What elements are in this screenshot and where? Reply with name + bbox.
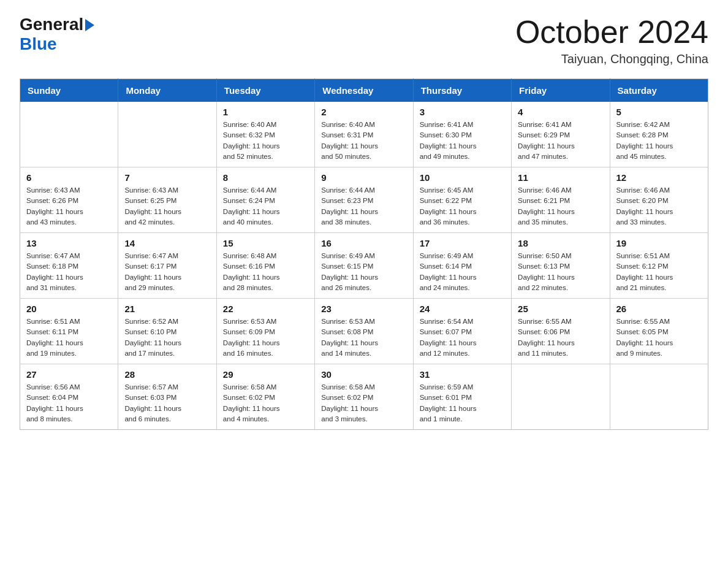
calendar-cell: 19Sunrise: 6:51 AMSunset: 6:12 PMDayligh… xyxy=(610,233,708,299)
calendar-cell: 26Sunrise: 6:55 AMSunset: 6:05 PMDayligh… xyxy=(610,299,708,364)
day-header-wednesday: Wednesday xyxy=(315,79,413,102)
calendar-cell: 9Sunrise: 6:44 AMSunset: 6:23 PMDaylight… xyxy=(315,167,413,233)
day-number: 7 xyxy=(124,172,210,183)
day-info: Sunrise: 6:58 AMSunset: 6:02 PMDaylight:… xyxy=(321,382,406,424)
day-number: 14 xyxy=(124,238,210,248)
calendar-cell: 24Sunrise: 6:54 AMSunset: 6:07 PMDayligh… xyxy=(413,299,511,364)
day-number: 1 xyxy=(223,107,308,117)
day-info: Sunrise: 6:54 AMSunset: 6:07 PMDaylight:… xyxy=(420,316,505,359)
day-number: 29 xyxy=(223,369,308,380)
day-info: Sunrise: 6:44 AMSunset: 6:24 PMDaylight:… xyxy=(223,185,308,228)
day-info: Sunrise: 6:40 AMSunset: 6:32 PMDaylight:… xyxy=(223,120,308,162)
day-number: 4 xyxy=(518,107,603,117)
day-info: Sunrise: 6:43 AMSunset: 6:26 PMDaylight:… xyxy=(26,185,112,228)
day-info: Sunrise: 6:55 AMSunset: 6:05 PMDaylight:… xyxy=(616,316,702,359)
calendar-cell: 23Sunrise: 6:53 AMSunset: 6:08 PMDayligh… xyxy=(315,299,413,364)
calendar-cell: 29Sunrise: 6:58 AMSunset: 6:02 PMDayligh… xyxy=(216,364,314,430)
day-header-saturday: Saturday xyxy=(610,79,708,102)
calendar-table: SundayMondayTuesdayWednesdayThursdayFrid… xyxy=(20,79,708,430)
calendar-cell: 21Sunrise: 6:52 AMSunset: 6:10 PMDayligh… xyxy=(118,299,216,364)
day-number: 21 xyxy=(124,304,210,314)
calendar-cell xyxy=(512,364,610,430)
day-info: Sunrise: 6:40 AMSunset: 6:31 PMDaylight:… xyxy=(321,120,406,162)
calendar-week-1: 1Sunrise: 6:40 AMSunset: 6:32 PMDaylight… xyxy=(20,102,708,167)
calendar-cell: 1Sunrise: 6:40 AMSunset: 6:32 PMDaylight… xyxy=(216,102,314,167)
day-number: 19 xyxy=(616,238,702,248)
calendar-cell: 30Sunrise: 6:58 AMSunset: 6:02 PMDayligh… xyxy=(315,364,413,430)
calendar-cell: 6Sunrise: 6:43 AMSunset: 6:26 PMDaylight… xyxy=(20,167,118,233)
calendar-week-5: 27Sunrise: 6:56 AMSunset: 6:04 PMDayligh… xyxy=(20,364,708,430)
day-number: 28 xyxy=(124,369,210,380)
day-number: 23 xyxy=(321,304,406,314)
day-info: Sunrise: 6:47 AMSunset: 6:18 PMDaylight:… xyxy=(26,251,112,293)
day-number: 10 xyxy=(420,172,505,183)
day-info: Sunrise: 6:53 AMSunset: 6:08 PMDaylight:… xyxy=(321,316,406,359)
calendar-cell: 14Sunrise: 6:47 AMSunset: 6:17 PMDayligh… xyxy=(118,233,216,299)
calendar-cell: 22Sunrise: 6:53 AMSunset: 6:09 PMDayligh… xyxy=(216,299,314,364)
day-info: Sunrise: 6:53 AMSunset: 6:09 PMDaylight:… xyxy=(223,316,308,359)
day-info: Sunrise: 6:47 AMSunset: 6:17 PMDaylight:… xyxy=(124,251,210,293)
day-number: 3 xyxy=(420,107,505,117)
day-info: Sunrise: 6:45 AMSunset: 6:22 PMDaylight:… xyxy=(420,185,505,228)
calendar-cell: 20Sunrise: 6:51 AMSunset: 6:11 PMDayligh… xyxy=(20,299,118,364)
calendar-cell: 28Sunrise: 6:57 AMSunset: 6:03 PMDayligh… xyxy=(118,364,216,430)
day-header-tuesday: Tuesday xyxy=(216,79,314,102)
day-info: Sunrise: 6:52 AMSunset: 6:10 PMDaylight:… xyxy=(124,316,210,359)
day-info: Sunrise: 6:43 AMSunset: 6:25 PMDaylight:… xyxy=(124,185,210,228)
day-number: 24 xyxy=(420,304,505,314)
day-info: Sunrise: 6:48 AMSunset: 6:16 PMDaylight:… xyxy=(223,251,308,293)
logo-blue-text: Blue xyxy=(20,34,57,54)
calendar-cell xyxy=(610,364,708,430)
day-number: 18 xyxy=(518,238,603,248)
page-header: General Blue October 2024 Taiyuan, Chong… xyxy=(20,15,708,66)
calendar-body: 1Sunrise: 6:40 AMSunset: 6:32 PMDaylight… xyxy=(20,102,708,430)
calendar-cell: 4Sunrise: 6:41 AMSunset: 6:29 PMDaylight… xyxy=(512,102,610,167)
day-number: 26 xyxy=(616,304,702,314)
day-info: Sunrise: 6:44 AMSunset: 6:23 PMDaylight:… xyxy=(321,185,406,228)
day-header-monday: Monday xyxy=(118,79,216,102)
day-header-friday: Friday xyxy=(512,79,610,102)
calendar-cell: 31Sunrise: 6:59 AMSunset: 6:01 PMDayligh… xyxy=(413,364,511,430)
day-number: 11 xyxy=(518,172,603,183)
calendar-cell: 5Sunrise: 6:42 AMSunset: 6:28 PMDaylight… xyxy=(610,102,708,167)
calendar-cell: 17Sunrise: 6:49 AMSunset: 6:14 PMDayligh… xyxy=(413,233,511,299)
logo-general-text: General xyxy=(20,15,83,34)
logo-arrow-icon xyxy=(85,19,94,31)
day-number: 16 xyxy=(321,238,406,248)
day-number: 25 xyxy=(518,304,603,314)
day-info: Sunrise: 6:49 AMSunset: 6:14 PMDaylight:… xyxy=(420,251,505,293)
day-header-sunday: Sunday xyxy=(20,79,118,102)
day-info: Sunrise: 6:56 AMSunset: 6:04 PMDaylight:… xyxy=(26,382,112,424)
calendar-subtitle: Taiyuan, Chongqing, China xyxy=(515,52,708,66)
day-number: 13 xyxy=(26,238,112,248)
day-number: 20 xyxy=(26,304,112,314)
day-number: 5 xyxy=(616,107,702,117)
day-header-thursday: Thursday xyxy=(413,79,511,102)
calendar-cell: 13Sunrise: 6:47 AMSunset: 6:18 PMDayligh… xyxy=(20,233,118,299)
calendar-cell: 16Sunrise: 6:49 AMSunset: 6:15 PMDayligh… xyxy=(315,233,413,299)
day-header-row: SundayMondayTuesdayWednesdayThursdayFrid… xyxy=(20,79,708,102)
day-info: Sunrise: 6:51 AMSunset: 6:12 PMDaylight:… xyxy=(616,251,702,293)
day-number: 17 xyxy=(420,238,505,248)
day-number: 2 xyxy=(321,107,406,117)
day-info: Sunrise: 6:41 AMSunset: 6:30 PMDaylight:… xyxy=(420,120,505,162)
day-number: 31 xyxy=(420,369,505,380)
day-info: Sunrise: 6:46 AMSunset: 6:20 PMDaylight:… xyxy=(616,185,702,228)
calendar-title: October 2024 xyxy=(515,15,708,50)
day-info: Sunrise: 6:49 AMSunset: 6:15 PMDaylight:… xyxy=(321,251,406,293)
calendar-cell: 27Sunrise: 6:56 AMSunset: 6:04 PMDayligh… xyxy=(20,364,118,430)
day-number: 30 xyxy=(321,369,406,380)
calendar-cell: 25Sunrise: 6:55 AMSunset: 6:06 PMDayligh… xyxy=(512,299,610,364)
calendar-cell: 12Sunrise: 6:46 AMSunset: 6:20 PMDayligh… xyxy=(610,167,708,233)
calendar-header: SundayMondayTuesdayWednesdayThursdayFrid… xyxy=(20,79,708,102)
day-number: 9 xyxy=(321,172,406,183)
day-number: 27 xyxy=(26,369,112,380)
day-number: 15 xyxy=(223,238,308,248)
day-info: Sunrise: 6:42 AMSunset: 6:28 PMDaylight:… xyxy=(616,120,702,162)
day-info: Sunrise: 6:51 AMSunset: 6:11 PMDaylight:… xyxy=(26,316,112,359)
day-info: Sunrise: 6:59 AMSunset: 6:01 PMDaylight:… xyxy=(420,382,505,424)
calendar-week-3: 13Sunrise: 6:47 AMSunset: 6:18 PMDayligh… xyxy=(20,233,708,299)
calendar-cell: 18Sunrise: 6:50 AMSunset: 6:13 PMDayligh… xyxy=(512,233,610,299)
day-info: Sunrise: 6:57 AMSunset: 6:03 PMDaylight:… xyxy=(124,382,210,424)
day-info: Sunrise: 6:46 AMSunset: 6:21 PMDaylight:… xyxy=(518,185,603,228)
